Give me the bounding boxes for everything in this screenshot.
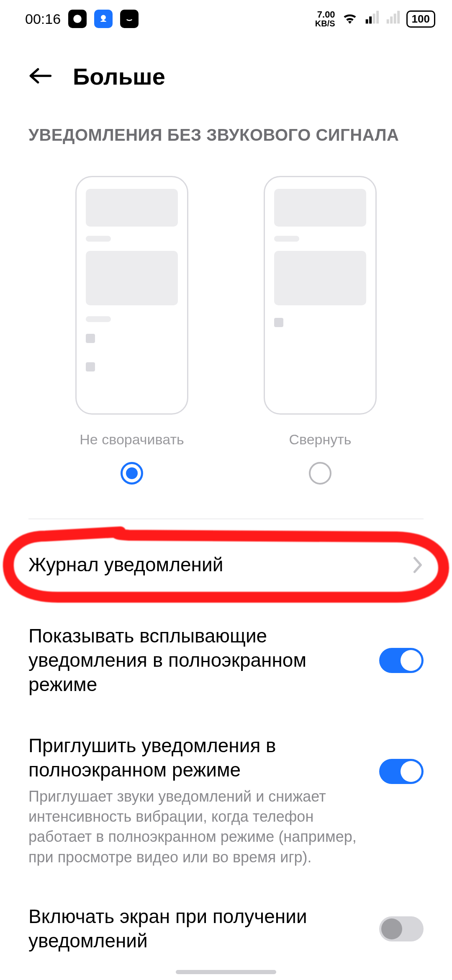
preview-collapse	[264, 176, 377, 415]
toggle-mute-fullscreen[interactable]	[379, 759, 424, 784]
toggle-popup-fullscreen[interactable]	[379, 648, 424, 673]
toggle-wake-screen[interactable]	[379, 916, 424, 941]
preview-dont-collapse	[75, 176, 188, 415]
row-title: Приглушить уведомления в полноэкранном р…	[28, 734, 362, 782]
battery-indicator: 100	[406, 10, 435, 28]
svg-point-0	[73, 15, 82, 23]
svg-rect-1	[365, 19, 368, 23]
app-icon-2	[94, 10, 113, 28]
status-bar: 00:16 7.00 KB/S 100	[0, 0, 452, 38]
app-icon-1	[68, 10, 87, 28]
svg-rect-4	[376, 11, 379, 24]
option-collapse[interactable]: Свернуть	[257, 176, 383, 485]
status-left: 00:16	[25, 10, 139, 28]
row-mute-fullscreen[interactable]: Приглушить уведомления в полноэкранном р…	[28, 734, 424, 867]
app-icon-3	[120, 10, 139, 28]
svg-rect-8	[397, 11, 400, 24]
section-header-silent: УВЕДОМЛЕНИЯ БЕЗ ЗВУКОВОГО СИГНАЛА	[28, 126, 399, 144]
silent-style-options: Не сворачивать Свернуть	[0, 176, 452, 485]
header: Больше	[0, 63, 452, 90]
back-button[interactable]	[28, 66, 52, 88]
row-subtitle: Приглушает звуки уведомлений и снижает и…	[28, 787, 362, 867]
radio-dont-collapse[interactable]	[121, 462, 143, 485]
wifi-icon	[341, 10, 359, 28]
divider	[28, 518, 424, 519]
status-right: 7.00 KB/S 100	[315, 10, 435, 28]
option-label: Свернуть	[289, 431, 351, 448]
signal-2-icon	[385, 10, 401, 28]
row-title: Включать экран при получении уведомлений	[28, 905, 362, 953]
home-indicator[interactable]	[176, 970, 276, 974]
network-speed: 7.00 KB/S	[315, 10, 335, 28]
row-popup-fullscreen[interactable]: Показывать всплывающие уведомления в пол…	[28, 624, 424, 697]
page-title: Больше	[73, 63, 165, 90]
annotation-highlight	[3, 531, 449, 602]
row-title: Показывать всплывающие уведомления в пол…	[28, 624, 362, 697]
row-wake-screen[interactable]: Включать экран при получении уведомлений	[28, 905, 424, 953]
radio-collapse[interactable]	[309, 462, 331, 485]
svg-rect-2	[369, 16, 372, 23]
svg-rect-7	[393, 14, 396, 24]
signal-1-icon	[365, 10, 380, 28]
clock: 00:16	[25, 11, 61, 27]
option-dont-collapse[interactable]: Не сворачивать	[69, 176, 195, 485]
svg-rect-3	[372, 14, 375, 24]
svg-rect-5	[386, 19, 389, 23]
option-label: Не сворачивать	[80, 431, 184, 448]
svg-rect-6	[390, 16, 393, 23]
